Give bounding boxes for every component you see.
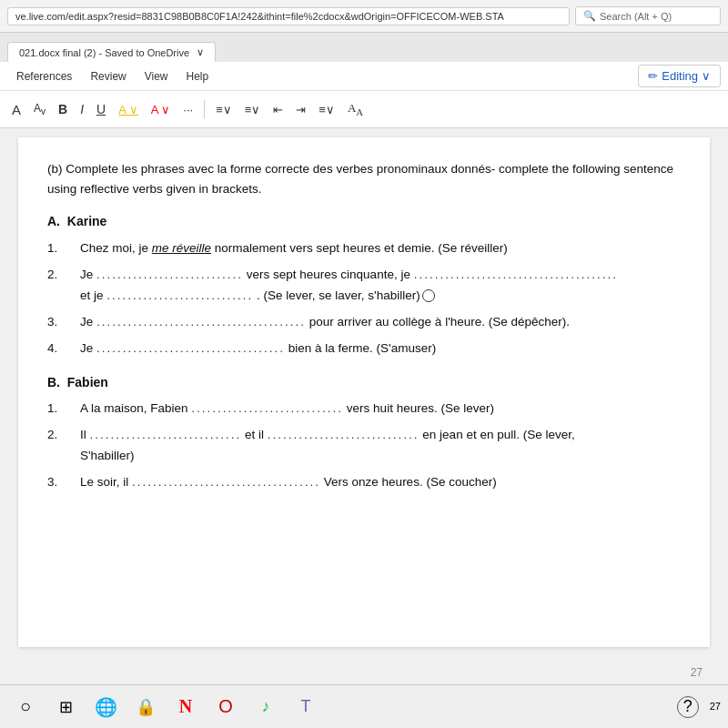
item-number: 2.: [47, 425, 80, 467]
font-size-up-button[interactable]: A: [7, 99, 25, 120]
item-content: Il ............................. et il .…: [80, 425, 681, 467]
item-number: 3.: [47, 472, 80, 493]
tab-title: 021.docx final (2) - Saved to OneDrive: [19, 47, 189, 58]
indent-inc-button[interactable]: ⇥: [291, 100, 310, 119]
edge-button[interactable]: 🌐: [87, 689, 124, 725]
security-button[interactable]: 🔒: [127, 689, 164, 725]
browser-bar: ve.live.com/edit.aspx?resid=8831C98B0B8C…: [0, 0, 728, 33]
align-button[interactable]: ≡∨: [314, 100, 339, 119]
item-content: Chez moi, je me réveille normalement ver…: [80, 238, 681, 259]
page-number: 27: [691, 666, 703, 679]
item-content: Je .................................... …: [80, 339, 681, 359]
url-bar[interactable]: ve.live.com/edit.aspx?resid=8831C98B0B8C…: [7, 7, 570, 25]
help-taskbar-button[interactable]: ?: [670, 689, 706, 725]
italic-button[interactable]: I: [76, 99, 88, 119]
cursor-indicator: [422, 289, 435, 302]
security-icon: 🔒: [136, 697, 156, 717]
netflix-icon: N: [179, 696, 192, 717]
section-b-header: B. Fabien: [47, 372, 681, 394]
item-number: 1.: [47, 399, 80, 420]
tab-help[interactable]: Help: [177, 65, 218, 88]
style-button[interactable]: AA: [343, 98, 368, 120]
item-content: Le soir, il ............................…: [80, 472, 681, 493]
list-button-1[interactable]: ≡∨: [211, 100, 237, 119]
underline-button[interactable]: U: [92, 99, 110, 119]
toolbar-row: A Av B I U A ∨ A ∨ ··· ≡∨ ≡∨ ⇤ ⇥ ≡∨ AA: [0, 91, 728, 127]
opera-button[interactable]: O: [207, 689, 244, 725]
tab-bar: 021.docx final (2) - Saved to OneDrive ∨: [0, 33, 728, 62]
widgets-button[interactable]: ⊞: [47, 689, 84, 725]
netflix-button[interactable]: N: [167, 689, 204, 725]
doc-intro: (b) Complete les phrases avec la forme c…: [47, 159, 681, 198]
active-tab[interactable]: 021.docx final (2) - Saved to OneDrive ∨: [7, 42, 216, 62]
editing-pencil-icon: ✏: [648, 69, 658, 83]
editing-button[interactable]: ✏ Editing ∨: [638, 65, 721, 87]
item-number: 1.: [47, 238, 80, 259]
list-button-2[interactable]: ≡∨: [240, 100, 266, 119]
ribbon-tabs: References Review View Help ✏ Editing ∨: [0, 62, 728, 91]
highlight-button[interactable]: A ∨: [114, 100, 143, 119]
widgets-icon: ⊞: [59, 697, 73, 717]
item-content: Je .....................................…: [80, 312, 681, 333]
edge-icon: 🌐: [95, 696, 117, 718]
opera-icon: O: [218, 696, 233, 717]
tab-review[interactable]: Review: [81, 65, 135, 88]
document-area: (b) Complete les phrases avec la forme c…: [18, 137, 710, 647]
section-a-header: A. Karine: [47, 211, 681, 233]
search-icon: 🔍: [583, 10, 596, 22]
help-icon: ?: [677, 696, 699, 718]
list-item: 3. Le soir, il .........................…: [47, 472, 681, 493]
list-item: 3. Je ..................................…: [47, 312, 681, 333]
font-color-button[interactable]: A ∨: [147, 100, 176, 119]
teams-icon: T: [301, 697, 311, 716]
teams-button[interactable]: T: [288, 689, 324, 725]
editing-chevron-icon: ∨: [702, 69, 711, 83]
list-item: 2. Je ............................ vers …: [47, 265, 681, 307]
editing-label: Editing: [662, 69, 698, 83]
indent-dec-button[interactable]: ⇤: [268, 100, 288, 119]
list-item: 1. Chez moi, je me réveille normalement …: [47, 238, 681, 259]
list-item: 1. A la maison, Fabien .................…: [47, 399, 681, 420]
item-number: 2.: [47, 265, 80, 307]
taskbar: ○ ⊞ 🌐 🔒 N O ♪ T ? 27: [0, 684, 728, 728]
bold-button[interactable]: B: [54, 99, 72, 119]
spotify-button[interactable]: ♪: [248, 689, 284, 725]
more-options-button[interactable]: ···: [178, 100, 197, 119]
list-item: 2. Il ............................. et i…: [47, 425, 681, 467]
list-item: 4. Je ..................................…: [47, 339, 681, 359]
taskbar-time: 27: [710, 700, 721, 713]
item-number: 4.: [47, 339, 80, 359]
tab-view[interactable]: View: [136, 65, 177, 88]
toolbar-separator: [204, 100, 205, 118]
search-taskbar-icon: ○: [20, 696, 31, 717]
word-ribbon: References Review View Help ✏ Editing ∨ …: [0, 62, 728, 128]
spotify-icon: ♪: [262, 697, 270, 716]
search-taskbar-button[interactable]: ○: [7, 689, 44, 725]
tab-references[interactable]: References: [7, 65, 81, 88]
search-bar[interactable]: 🔍 Search (Alt + Q): [575, 6, 721, 25]
item-content: A la maison, Fabien ....................…: [80, 399, 681, 420]
font-size-dn-button[interactable]: Av: [29, 99, 50, 119]
item-content: Je ............................ vers sep…: [80, 265, 681, 307]
item-number: 3.: [47, 312, 80, 333]
tab-chevron[interactable]: ∨: [197, 46, 204, 58]
